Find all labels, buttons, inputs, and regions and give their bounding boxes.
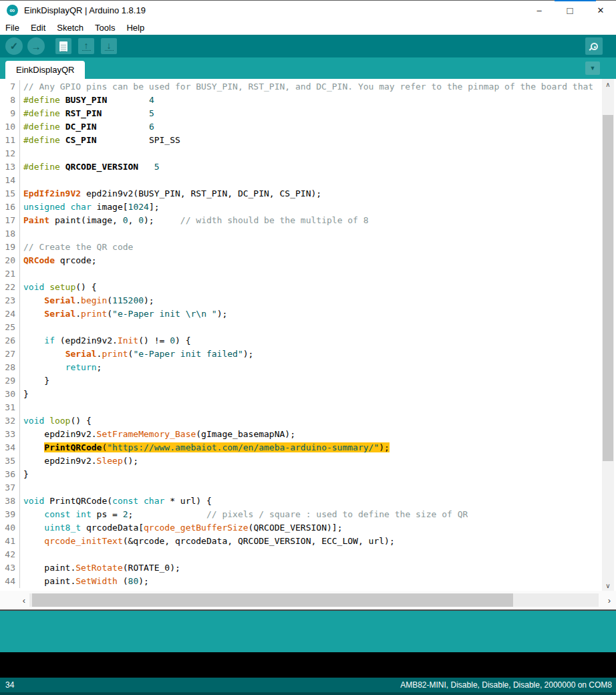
scroll-left-icon[interactable]: ‹	[19, 593, 29, 607]
menu-tools[interactable]: Tools	[95, 23, 115, 33]
scroll-down-icon[interactable]: ∨	[602, 580, 614, 591]
check-icon: ✓	[10, 40, 19, 52]
code-line: 39 const int ps = 2; // pixels / square …	[0, 508, 601, 521]
horizontal-scrollbar[interactable]: ‹ ›	[0, 591, 616, 609]
toolbar: ✓ → ↑ ↓	[0, 35, 616, 57]
title-bar: ∞ EinkDisplayQR | Arduino 1.8.19 – □ ✕	[0, 0, 616, 20]
save-sketch-button[interactable]: ↓	[101, 38, 117, 54]
scroll-up-icon[interactable]: ∧	[602, 79, 614, 90]
arduino-logo-icon: ∞	[7, 5, 18, 16]
document-icon	[59, 41, 67, 51]
vertical-scroll-thumb[interactable]	[603, 115, 613, 461]
tab-dropdown-button[interactable]: ▼	[585, 61, 600, 75]
code-line: 16unsigned char image[1024];	[0, 200, 601, 214]
code-line: 29 }	[0, 374, 601, 388]
code-line: 9#define RST_PIN 5	[0, 107, 601, 120]
close-button[interactable]: ✕	[585, 0, 616, 20]
status-bar: 34 AMB82-MINI, Disable, Disable, Disable…	[0, 678, 616, 692]
code-line: 44 paint.SetWidth (80);	[0, 575, 601, 588]
current-line-indicator: 34	[5, 680, 14, 690]
code-line: 33 epd2in9v2.SetFrameMemory_Base(gImage_…	[0, 428, 601, 441]
window-accent-line	[555, 0, 596, 1]
code-line: 31	[0, 401, 601, 414]
open-sketch-button[interactable]: ↑	[78, 38, 94, 54]
new-sketch-button[interactable]	[55, 38, 71, 54]
code-line: 13#define QRCODE_VERSION 5	[0, 160, 601, 174]
code-line: 14	[0, 174, 601, 187]
code-line: 38void PrintQRCode(const char * url) {	[0, 495, 601, 508]
code-line: 43 paint.SetRotate(ROTATE_0);	[0, 561, 601, 575]
code-line: 7// Any GPIO pins can be used for BUSY_P…	[0, 80, 601, 94]
arrow-right-icon: →	[31, 41, 41, 52]
board-port-indicator: AMB82-MINI, Disable, Disable, Disable, 2…	[400, 680, 612, 690]
highlighted-code: PrintQRCode("https://www.amebaiot.com/en…	[44, 442, 390, 452]
window-bottom-edge	[0, 692, 616, 695]
code-line: 32void loop() {	[0, 414, 601, 428]
code-line: 18	[0, 227, 601, 241]
code-line: 27 Serial.print("e-Paper init failed");	[0, 348, 601, 361]
code-line: 26 if (epd2in9v2.Init() != 0) {	[0, 334, 601, 348]
code-line: 12	[0, 147, 601, 160]
tab-strip: EinkDisplayQR ▼	[0, 57, 616, 79]
menu-edit[interactable]: Edit	[31, 23, 45, 33]
maximize-button[interactable]: □	[555, 0, 585, 20]
code-line: 15EpdIf2in9V2 epd2in9v2(BUSY_PIN, RST_PI…	[0, 187, 601, 200]
window-top-border	[0, 0, 616, 1]
code-line: 8#define BUSY_PIN 4	[0, 94, 601, 107]
code-line: 41 qrcode_initText(&qrcode, qrcodeData, …	[0, 535, 601, 548]
code-line: 37	[0, 481, 601, 495]
code-line: 21	[0, 267, 601, 281]
code-lines: 7// Any GPIO pins can be used for BUSY_P…	[0, 80, 601, 588]
code-line: 22void setup() {	[0, 281, 601, 294]
arrow-up-icon: ↑	[84, 41, 89, 49]
magnifier-icon	[591, 43, 598, 50]
menu-file[interactable]: File	[5, 23, 19, 33]
code-line: 20QRCode qrcode;	[0, 254, 601, 267]
code-editor[interactable]: 7// Any GPIO pins can be used for BUSY_P…	[0, 79, 616, 591]
code-line: 24 Serial.print("e-Paper init \r\n ");	[0, 307, 601, 321]
code-line: 36}	[0, 468, 601, 481]
vertical-scrollbar[interactable]: ∧ ∨	[602, 79, 614, 591]
menu-help[interactable]: Help	[126, 23, 144, 33]
verify-button[interactable]: ✓	[5, 37, 23, 55]
menu-sketch[interactable]: Sketch	[57, 23, 84, 33]
code-line: 28 return;	[0, 361, 601, 374]
window-controls: – □ ✕	[524, 0, 616, 20]
tab-einkdisplayqr[interactable]: EinkDisplayQR	[5, 61, 85, 79]
code-line: 35 epd2in9v2.Sleep();	[0, 454, 601, 468]
minimize-button[interactable]: –	[524, 0, 555, 20]
serial-monitor-button[interactable]	[585, 37, 603, 55]
code-line: 34 PrintQRCode("https://www.amebaiot.com…	[0, 441, 601, 454]
status-strip	[0, 611, 616, 652]
code-line: 30}	[0, 388, 601, 401]
horizontal-scroll-thumb[interactable]	[32, 593, 513, 607]
code-line: 23 Serial.begin(115200);	[0, 294, 601, 307]
chevron-down-icon: ▼	[590, 65, 596, 72]
code-line: 10#define DC_PIN 6	[0, 120, 601, 134]
console-output[interactable]	[0, 652, 616, 678]
code-line: 25	[0, 321, 601, 334]
code-line: 40 uint8_t qrcodeData[qrcode_getBufferSi…	[0, 521, 601, 535]
code-line: 11#define CS_PIN SPI_SS	[0, 134, 601, 147]
code-line: 19// Create the QR code	[0, 241, 601, 254]
upload-button[interactable]: →	[27, 37, 45, 55]
window-title: EinkDisplayQR | Arduino 1.8.19	[24, 5, 146, 15]
code-line: 17Paint paint(image, 0, 0); // width sho…	[0, 214, 601, 227]
menu-bar: File Edit Sketch Tools Help	[0, 20, 616, 35]
scroll-right-icon[interactable]: ›	[604, 593, 615, 607]
arrow-down-icon: ↓	[107, 41, 112, 49]
code-line: 42	[0, 548, 601, 561]
